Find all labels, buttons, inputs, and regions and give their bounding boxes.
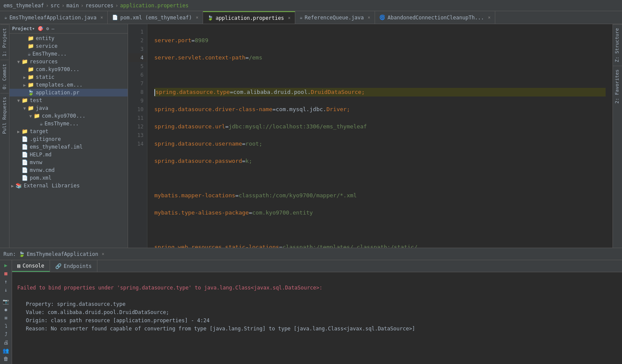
sidebar-title: Project▾ <box>12 26 35 31</box>
code-line-3 <box>154 71 606 79</box>
expand-icon[interactable]: ▼ <box>22 106 28 111</box>
tree-item-external-libraries[interactable]: ▶ 📚 External Libraries <box>9 182 128 190</box>
tab-close-4[interactable]: × <box>368 15 370 20</box>
java-file-icon: ☕ <box>28 51 31 57</box>
run-close-button[interactable]: × <box>102 252 104 256</box>
tree-item-label: java <box>36 105 48 111</box>
tree-item-target[interactable]: ▶ 📁 target <box>9 128 128 135</box>
tab-close-3[interactable]: × <box>288 16 291 20</box>
breadcrumb-src[interactable]: src <box>50 3 60 9</box>
tree-item-static[interactable]: ▶ 📁 static <box>9 73 128 81</box>
main-content: 1: Project 0: Commit Pull Requests Proje… <box>0 24 622 248</box>
filter-button[interactable]: ✱ <box>2 306 10 313</box>
tree-item-mvnwcmd[interactable]: 📄 mvnw.cmd <box>9 166 128 174</box>
console-value-line: Value: com.alibaba.druid.pool.DruidDataS… <box>17 308 617 317</box>
tree-item-label: templates.em... <box>36 82 82 88</box>
sidebar-item-pull-requests[interactable]: Pull Requests <box>0 93 9 137</box>
tree-item-mvnw[interactable]: 📄 mvnw <box>9 159 128 166</box>
tree-item-gitignore[interactable]: 📄 .gitignore <box>9 135 128 143</box>
folder-icon: 📁 <box>22 128 28 134</box>
tree-item-label: pom.xml <box>30 175 52 181</box>
sidebar-toolbar: Project▾ 🎯 ⚙ — <box>9 24 128 34</box>
tab-close-5[interactable]: × <box>488 15 491 20</box>
expand-icon[interactable]: ▼ <box>28 114 34 118</box>
breadcrumb-file[interactable]: application.properties <box>120 3 188 9</box>
tree-item-pomxml[interactable]: 📄 pom.xml <box>9 174 128 182</box>
tree-item-templates[interactable]: ▶ 📁 templates.em... <box>9 81 128 89</box>
tree-item-ems-iml[interactable]: 📄 ems_thymeleaf.iml <box>9 143 128 151</box>
right-label-favorites[interactable]: 2: Favorites <box>613 65 622 107</box>
tab-abandonedconnection[interactable]: 🌀 AbandonedConnectionCleanupTh... × <box>375 11 495 24</box>
settings-button[interactable]: 📷 <box>2 298 10 305</box>
java-icon-2: ☕ <box>300 15 303 20</box>
tab-close-1[interactable]: × <box>100 15 103 20</box>
java-icon-3: 🌀 <box>379 15 385 20</box>
scroll-down-button[interactable]: ↓ <box>2 286 10 293</box>
export-button[interactable]: ⤴ <box>2 331 10 338</box>
tab-pomxml[interactable]: 📄 pom.xml (ems_thymeleaf) × <box>108 11 203 24</box>
code-line-11: mybatis.type-aliases-package=com.kyo9700… <box>154 208 606 217</box>
breadcrumb-main[interactable]: main <box>66 3 79 9</box>
tab-close-2[interactable]: × <box>196 15 198 20</box>
expand-icon[interactable]: ▼ <box>16 98 22 103</box>
editor-wrapper: 1 2 3 4 5 6 7 8 9 10 11 12 13 14 server.… <box>128 24 622 248</box>
expand-icon[interactable]: ▶ <box>22 75 28 80</box>
stop-button[interactable]: ■ <box>2 270 10 277</box>
code-line-6: spring.datasource.url=jdbc:mysql://local… <box>154 122 606 131</box>
tab-bar: ☕ EmsThymeleafApplication.java × 📄 pom.x… <box>0 11 622 24</box>
tab-referencequeue[interactable]: ☕ ReferenceQueue.java × <box>295 11 375 24</box>
code-line-13: spring.web.resources.static-locations=cl… <box>154 243 606 248</box>
tab-console[interactable]: ▤ Console <box>12 260 50 272</box>
breadcrumb-project[interactable]: ems_thymeleaf <box>3 3 44 9</box>
run-app-name: EmsThymeleafApplication <box>27 251 98 257</box>
tree-item-entity[interactable]: 📁 entity <box>9 34 128 42</box>
breadcrumb-bar: ems_thymeleaf › src › main › resources ›… <box>0 0 622 11</box>
breadcrumb-resources[interactable]: resources <box>85 3 113 9</box>
tree-item-com-kyo9700[interactable]: 📁 com.kyo9700... <box>9 65 128 73</box>
toolbar-icon-target[interactable]: 🎯 <box>38 26 44 31</box>
expand-icon[interactable]: ▼ <box>16 59 22 64</box>
code-editor[interactable]: 1 2 3 4 5 6 7 8 9 10 11 12 13 14 server.… <box>128 24 613 248</box>
sidebar-item-project[interactable]: 1: Project <box>0 24 9 60</box>
tree-item-label: EmsThyme... <box>44 121 78 127</box>
tree-item-application-properties[interactable]: 🍃 application.pr <box>9 89 128 96</box>
expand-icon[interactable]: ▶ <box>16 129 22 134</box>
right-label-structure[interactable]: Z: Structure <box>613 24 622 65</box>
tree-item-label: com.kyo9700... <box>42 113 85 119</box>
code-content[interactable]: server.port=8989 server.servlet.context-… <box>147 24 613 248</box>
tree-item-label: External Libraries <box>24 183 80 189</box>
tree-item-service[interactable]: 📁 service <box>9 42 128 50</box>
tree-item-label: mvnw <box>30 159 42 165</box>
expand-icon[interactable]: ▶ <box>9 184 16 188</box>
tree-item-label: application.pr <box>36 90 79 96</box>
line-numbers: 1 2 3 4 5 6 7 8 9 10 11 12 13 14 <box>128 24 147 248</box>
tree-item-resources[interactable]: ▼ 📁 resources <box>9 58 128 65</box>
tree-item-java[interactable]: ▼ 📁 java <box>9 104 128 112</box>
print-button[interactable]: 🖨 <box>2 339 10 346</box>
trash-button[interactable]: 🗑 <box>2 356 10 362</box>
code-line-7: spring.datasource.username=root; <box>154 140 606 148</box>
tree-item-emsthyme[interactable]: ☕ EmsThyme... <box>9 50 128 58</box>
tree-item-com-kyo9700-test[interactable]: ▼ 📁 com.kyo9700... <box>9 112 128 120</box>
sidebar-item-commit[interactable]: 0: Commit <box>0 60 9 93</box>
tab-application-properties[interactable]: 🍃 application.properties × <box>203 11 295 24</box>
import-button[interactable]: ⤵ <box>2 323 10 330</box>
expand-icon[interactable]: ▶ <box>22 83 28 87</box>
run-button[interactable]: ▶ <box>2 262 10 268</box>
users-button[interactable]: 👥 <box>2 348 10 354</box>
tab-emsthymeleafapplication[interactable]: ☕ EmsThymeleafApplication.java × <box>0 11 108 24</box>
scroll-up-button[interactable]: ↑ <box>2 278 10 285</box>
java-icon: ☕ <box>4 15 7 20</box>
toolbar-icon-minus[interactable]: — <box>52 26 55 31</box>
folder-icon: 📁 <box>28 43 34 49</box>
tree-item-emsthyme-test[interactable]: ☕ EmsThyme... <box>9 120 128 128</box>
folder-icon: 📁 <box>22 97 28 103</box>
tab-label: EmsThymeleafApplication.java <box>9 15 97 21</box>
wrap-button[interactable]: ≡ <box>2 314 10 321</box>
tree-item-test[interactable]: ▼ 📁 test <box>9 96 128 104</box>
tree-item-helpmd[interactable]: 📄 HELP.md <box>9 151 128 159</box>
toolbar-icon-settings[interactable]: ⚙ <box>46 26 49 31</box>
spring-icon: 🍃 <box>19 251 25 257</box>
run-app[interactable]: 🍃 EmsThymeleafApplication × <box>19 251 104 257</box>
tab-endpoints[interactable]: 🔗 Endpoints <box>50 260 97 272</box>
